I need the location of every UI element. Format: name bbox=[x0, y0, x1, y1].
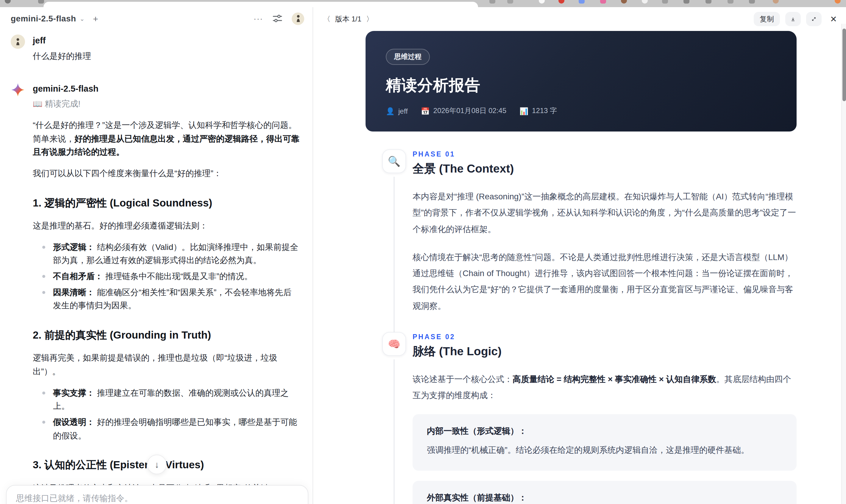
download-icon bbox=[791, 15, 795, 23]
assistant-paragraph: 我们可以从以下四个维度来衡量什么是“好的推理”： bbox=[33, 167, 299, 180]
list-item: 形式逻辑： 结构必须有效（Valid）。比如演绎推理中，如果前提全部为真，那么通… bbox=[39, 240, 299, 267]
list-item: 不自相矛盾： 推理链条中不能出现“既是又非”的情况。 bbox=[39, 270, 299, 283]
prev-version-icon[interactable]: 〈 bbox=[323, 14, 331, 24]
book-icon: 📖 bbox=[33, 100, 42, 108]
phase-title: 全景 (The Context) bbox=[412, 161, 797, 177]
assistant-status: 📖精读完成! bbox=[33, 97, 299, 110]
list-item: 事实支撑： 推理建立在可靠的数据、准确的观测或公认的真理之上。 bbox=[39, 386, 299, 413]
screen: gemini-2.5-flash ⌄ + ··· bbox=[0, 0, 846, 504]
card-body: 强调推理的“机械正确”。结论必须在给定的规则系统内逻辑自洽，这是推理的硬件基础。 bbox=[427, 442, 782, 457]
extension-icon[interactable] bbox=[662, 0, 668, 4]
calendar-icon: 📅 bbox=[421, 107, 430, 115]
new-chat-button[interactable]: + bbox=[93, 13, 98, 23]
browser-grid-icon[interactable] bbox=[38, 0, 44, 4]
more-options-icon[interactable]: ··· bbox=[253, 14, 263, 23]
arrow-down-icon: ↓ bbox=[155, 460, 159, 469]
assistant-message: gemini-2.5-flash 📖精读完成! “什么是好的推理？”这是一个涉及… bbox=[11, 83, 299, 504]
browser-icon[interactable] bbox=[5, 0, 11, 4]
timeline-connector bbox=[393, 177, 395, 336]
section-heading: 2. 前提的真实性 (Grounding in Truth) bbox=[33, 327, 299, 344]
phase-label: PHASE 01 bbox=[412, 150, 797, 158]
phase-label: PHASE 02 bbox=[412, 333, 797, 340]
bullet-list: 形式逻辑： 结构必须有效（Valid）。比如演绎推理中，如果前提全部为真，那么通… bbox=[39, 240, 299, 312]
thinking-process-badge: 思维过程 bbox=[386, 49, 430, 65]
report-author: jeff bbox=[398, 107, 408, 115]
scrollbar-thumb[interactable] bbox=[842, 29, 846, 101]
report-date: 2026年01月08日 02:45 bbox=[434, 106, 507, 116]
app-window: gemini-2.5-flash ⌄ + ··· bbox=[0, 7, 846, 504]
profile-avatar-icon[interactable] bbox=[773, 0, 779, 4]
expand-icon bbox=[812, 16, 816, 23]
list-item: 因果清晰： 能准确区分“相关性”和“因果关系”，不会轻率地将先后发生的事情归为因… bbox=[39, 285, 299, 312]
assistant-name: gemini-2.5-flash bbox=[33, 83, 299, 96]
extension-icon[interactable] bbox=[684, 0, 689, 4]
card-title: 内部一致性（形式逻辑）： bbox=[427, 426, 782, 436]
word-count-icon: 📊 bbox=[519, 107, 528, 115]
user-message: jeff 什么是好的推理 bbox=[11, 35, 299, 63]
fullscreen-button[interactable] bbox=[806, 12, 822, 26]
phase-title: 脉络 (The Logic) bbox=[412, 343, 797, 359]
chat-header: gemini-2.5-flash ⌄ + ··· bbox=[0, 7, 313, 30]
user-name: jeff bbox=[33, 35, 299, 48]
author-icon: 👤 bbox=[386, 107, 395, 115]
extension-icon[interactable] bbox=[559, 0, 564, 4]
extension-icon[interactable] bbox=[539, 0, 545, 4]
dimension-card: 内部一致性（形式逻辑）： 强调推理的“机械正确”。结论必须在给定的规则系统内逻辑… bbox=[412, 414, 797, 471]
extension-icon[interactable] bbox=[621, 0, 627, 4]
extension-icon[interactable] bbox=[507, 0, 513, 4]
model-selector[interactable]: gemini-2.5-flash bbox=[11, 14, 76, 23]
list-item: 假设透明： 好的推理会明确指明哪些是已知事实，哪些是基于可能的假设。 bbox=[39, 415, 299, 443]
timeline-connector bbox=[393, 359, 395, 504]
extension-icon[interactable] bbox=[727, 0, 734, 4]
message-composer[interactable]: 思维接口已就绪，请传输指令。 + bbox=[6, 485, 309, 504]
artifact-toolbar: 〈 版本 1/1 〉 复制 ✕ bbox=[313, 7, 846, 31]
report-word-count: 1213 字 bbox=[532, 106, 557, 116]
chevron-down-icon[interactable]: ⌄ bbox=[80, 15, 85, 22]
extension-icon[interactable] bbox=[749, 0, 755, 4]
card-title: 外部真实性（前提基础）： bbox=[427, 493, 782, 504]
report-meta: 👤jeff 📅2026年01月08日 02:45 📊1213 字 bbox=[386, 106, 779, 116]
user-message-text: 什么是好的推理 bbox=[33, 49, 299, 63]
extension-icon[interactable] bbox=[835, 0, 841, 4]
settings-sliders-icon[interactable] bbox=[273, 14, 282, 23]
extension-icon[interactable] bbox=[705, 0, 711, 4]
report-title: 精读分析报告 bbox=[386, 75, 779, 96]
composer-placeholder[interactable]: 思维接口已就绪，请传输指令。 bbox=[16, 493, 298, 504]
dimension-card: 外部真实性（前提基础）： 强调推理的“经验校准”。解决“GIGO（垃圾进，垃圾出… bbox=[412, 481, 797, 504]
extension-icon[interactable] bbox=[579, 0, 585, 4]
phase-paragraph: 本内容是对“推理 (Reasoning)”这一抽象概念的高层建模。在知识爆炸与人… bbox=[412, 188, 797, 237]
artifact-document[interactable]: 思维过程 精读分析报告 👤jeff 📅2026年01月08日 02:45 📊12… bbox=[366, 31, 797, 504]
brain-icon: 🧠 bbox=[382, 332, 406, 356]
bullet-list: 事实支撑： 推理建立在可靠的数据、准确的观测或公认的真理之上。 假设透明： 好的… bbox=[39, 386, 299, 442]
section-intro: 这是推理的基石。好的推理必须遵循逻辑法则： bbox=[33, 219, 299, 232]
assistant-paragraph: “什么是好的推理？”这是一个涉及逻辑学、认知科学和哲学核心的问题。简单来说，好的… bbox=[33, 119, 299, 159]
user-avatar[interactable] bbox=[292, 12, 304, 25]
section-intro: 逻辑再完美，如果前提是错误的，推理也是垃圾（即“垃圾进，垃圾出”）。 bbox=[33, 352, 299, 378]
chat-transcript[interactable]: jeff 什么是好的推理 bbox=[0, 30, 313, 504]
report-header-card: 思维过程 精读分析报告 👤jeff 📅2026年01月08日 02:45 📊12… bbox=[366, 31, 797, 131]
next-version-icon[interactable]: 〉 bbox=[366, 14, 373, 24]
browser-toolbar[interactable] bbox=[0, 0, 846, 7]
close-panel-button[interactable]: ✕ bbox=[827, 14, 840, 24]
extension-icon[interactable] bbox=[642, 0, 648, 4]
phase-paragraph: 该论述基于一个核心公式：高质量结论 = 结构完整性 × 事实准确性 × 认知自律… bbox=[412, 371, 797, 404]
phase-section-2: 🧠 PHASE 02 脉络 (The Logic) 该论述基于一个核心公式：高质… bbox=[366, 332, 797, 504]
artifact-panel: 〈 版本 1/1 〉 复制 ✕ bbox=[313, 7, 846, 504]
gemini-star-icon bbox=[11, 83, 25, 97]
user-avatar bbox=[11, 35, 25, 49]
version-label: 版本 1/1 bbox=[335, 14, 362, 24]
extension-icon[interactable] bbox=[489, 0, 495, 4]
extension-icon[interactable] bbox=[600, 0, 606, 4]
scrollbar-track[interactable] bbox=[841, 24, 846, 504]
download-button[interactable] bbox=[785, 12, 801, 26]
section-heading: 1. 逻辑的严密性 (Logical Soundness) bbox=[33, 194, 299, 211]
version-nav: 〈 版本 1/1 〉 bbox=[323, 14, 373, 24]
magnifier-icon: 🔍 bbox=[382, 149, 406, 173]
scroll-to-bottom-button[interactable]: ↓ bbox=[147, 455, 167, 474]
address-bar[interactable] bbox=[43, 2, 478, 7]
phase-paragraph: 核心情境在于解决“思考的随意性”问题。不论是人类通过批判性思维进行决策，还是大语… bbox=[412, 249, 797, 314]
copy-button[interactable]: 复制 bbox=[754, 12, 780, 26]
chat-panel: gemini-2.5-flash ⌄ + ··· bbox=[0, 7, 313, 504]
phase-section-1: 🔍 PHASE 01 全景 (The Context) 本内容是对“推理 (Re… bbox=[366, 149, 797, 314]
